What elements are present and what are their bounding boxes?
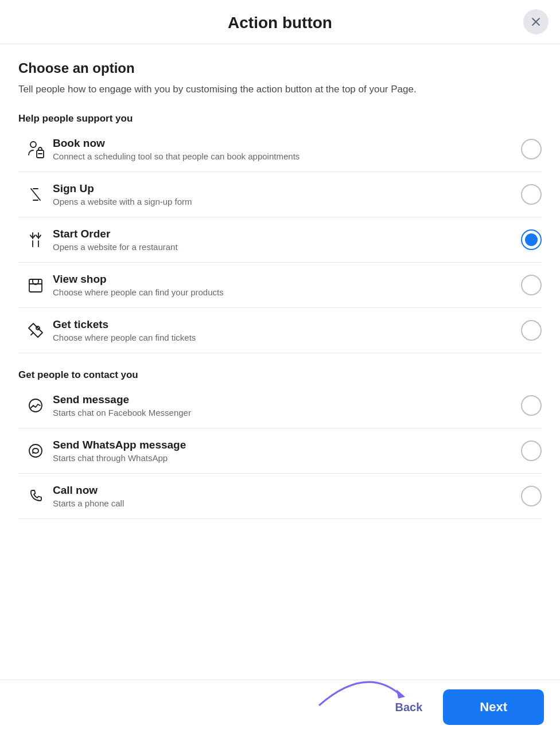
whatsapp-radio[interactable] <box>521 440 542 461</box>
start-order-radio[interactable] <box>521 229 542 250</box>
svg-point-2 <box>30 142 36 147</box>
whatsapp-subtitle: Starts chat through WhatsApp <box>53 453 521 463</box>
option-start-order[interactable]: Start Order Opens a website for a restau… <box>18 217 542 263</box>
send-message-title: Send message <box>53 393 521 406</box>
sign-up-icon <box>18 184 53 205</box>
book-now-title: Book now <box>53 137 521 150</box>
sign-up-radio[interactable] <box>521 184 542 205</box>
call-now-text: Call now Starts a phone call <box>53 484 521 508</box>
view-shop-icon <box>18 275 53 295</box>
get-tickets-radio[interactable] <box>521 320 542 341</box>
whatsapp-title: Send WhatsApp message <box>53 439 521 451</box>
sign-up-text: Sign Up Opens a website with a sign-up f… <box>53 182 521 206</box>
book-now-icon <box>18 139 53 159</box>
book-now-radio[interactable] <box>521 139 542 159</box>
footer: Back Next <box>0 680 560 741</box>
book-now-text: Book now Connect a scheduling tool so th… <box>53 137 521 161</box>
book-now-subtitle: Connect a scheduling tool so that people… <box>53 151 521 161</box>
start-order-icon <box>18 229 53 250</box>
view-shop-subtitle: Choose where people can find your produc… <box>53 287 521 297</box>
call-now-subtitle: Starts a phone call <box>53 498 521 508</box>
messenger-icon <box>18 395 53 416</box>
start-order-subtitle: Opens a website for a restaurant <box>53 242 521 252</box>
option-send-message[interactable]: Send message Starts chat on Facebook Mes… <box>18 383 542 428</box>
view-shop-radio[interactable] <box>521 275 542 295</box>
get-tickets-text: Get tickets Choose where people can find… <box>53 318 521 342</box>
dialog-title: Action button <box>228 14 332 32</box>
whatsapp-text: Send WhatsApp message Starts chat throug… <box>53 439 521 463</box>
group2-label: Get people to contact you <box>18 369 542 381</box>
option-get-tickets[interactable]: Get tickets Choose where people can find… <box>18 308 542 353</box>
get-tickets-title: Get tickets <box>53 318 521 331</box>
section-description: Tell people how to engage with you by cu… <box>18 82 542 97</box>
whatsapp-icon <box>18 440 53 461</box>
call-now-radio[interactable] <box>521 486 542 506</box>
sign-up-subtitle: Opens a website with a sign-up form <box>53 197 521 206</box>
start-order-text: Start Order Opens a website for a restau… <box>53 228 521 252</box>
section-heading: Choose an option <box>18 60 542 76</box>
dialog-header: Action button <box>0 0 560 44</box>
view-shop-title: View shop <box>53 273 521 286</box>
group1-label: Help people support you <box>18 113 542 124</box>
option-call-now[interactable]: Call now Starts a phone call <box>18 474 542 519</box>
svg-point-16 <box>29 444 42 457</box>
call-now-title: Call now <box>53 484 521 497</box>
send-message-text: Send message Starts chat on Facebook Mes… <box>53 393 521 418</box>
get-tickets-subtitle: Choose where people can find tickets <box>53 333 521 342</box>
option-view-shop[interactable]: View shop Choose where people can find y… <box>18 263 542 308</box>
option-book-now[interactable]: Book now Connect a scheduling tool so th… <box>18 127 542 172</box>
send-message-subtitle: Starts chat on Facebook Messenger <box>53 408 521 418</box>
send-message-radio[interactable] <box>521 395 542 416</box>
close-button[interactable] <box>523 9 549 34</box>
get-tickets-icon <box>18 320 53 341</box>
view-shop-text: View shop Choose where people can find y… <box>53 273 521 297</box>
sign-up-title: Sign Up <box>53 182 521 195</box>
option-sign-up[interactable]: Sign Up Opens a website with a sign-up f… <box>18 172 542 217</box>
back-button[interactable]: Back <box>382 691 437 724</box>
option-whatsapp[interactable]: Send WhatsApp message Starts chat throug… <box>18 428 542 474</box>
content-area: Choose an option Tell people how to enga… <box>0 44 560 588</box>
phone-icon <box>18 486 53 506</box>
close-icon <box>530 16 542 28</box>
start-order-title: Start Order <box>53 228 521 240</box>
svg-rect-11 <box>29 279 42 292</box>
next-button[interactable]: Next <box>443 689 544 725</box>
svg-line-14 <box>31 333 33 335</box>
svg-line-4 <box>31 189 40 200</box>
